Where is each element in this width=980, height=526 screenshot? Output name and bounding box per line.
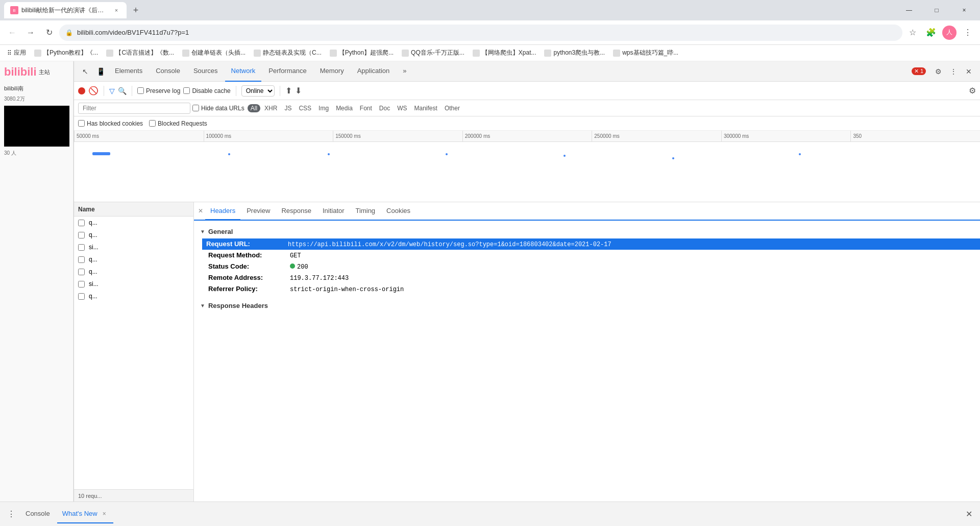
devtools-menu-button[interactable]: ⋮ — [946, 64, 961, 79]
maximize-button[interactable]: □ — [925, 0, 948, 20]
filter-type-buttons: Hide data URLs All XHR JS CSS Img Media … — [192, 104, 463, 112]
upload-icon[interactable]: ⬆ — [285, 86, 292, 95]
address-bar[interactable]: 🔒 bilibili.com/video/BV1FV411d7u7?p=1 — [59, 25, 902, 41]
disable-cache-checkbox[interactable]: Disable cache — [183, 87, 230, 94]
request-item-6[interactable]: si... — [74, 278, 193, 290]
bookmark-8[interactable]: python3爬虫与教... — [541, 47, 608, 58]
detail-close-button[interactable]: ✕ — [197, 206, 204, 216]
filter-js-button[interactable]: JS — [281, 104, 295, 112]
filter-font-button[interactable]: Font — [357, 104, 375, 112]
download-icon[interactable]: ⬇ — [295, 86, 302, 95]
detail-tab-timing[interactable]: Timing — [351, 202, 381, 221]
filter-ws-button[interactable]: WS — [394, 104, 410, 112]
bookmark-star-button[interactable]: ☆ — [904, 25, 921, 41]
network-toolbar: 🚫 ▽ 🔍 Preserve log Disable cache Online — [74, 82, 980, 100]
response-headers-section-header[interactable]: ▼ Response Headers — [194, 299, 980, 313]
bookmark-3[interactable]: 创建单链表（头插... — [179, 47, 249, 58]
detail-content[interactable]: ▼ General Request URL: https://api.bilib… — [194, 221, 980, 501]
whats-new-close-button[interactable]: × — [101, 509, 108, 518]
window-controls: — □ × — [897, 0, 976, 20]
detail-tab-preview[interactable]: Preview — [241, 202, 275, 221]
filter-input[interactable] — [78, 103, 190, 114]
remote-address-row: Remote Address: 119.3.77.172:443 — [208, 272, 974, 283]
tick-5: 250000 ms — [592, 131, 721, 141]
filter-img-button[interactable]: Img — [315, 104, 332, 112]
devtools-tools: ✕ 1 ⚙ ⋮ ✕ — [908, 64, 976, 79]
request-item-3[interactable]: si... — [74, 241, 193, 253]
request-item-1[interactable]: q... — [74, 217, 193, 229]
detail-tab-response[interactable]: Response — [276, 202, 316, 221]
bookmark-7[interactable]: 【网络爬虫】Xpat... — [470, 47, 540, 58]
bookmark-4[interactable]: 静态链表及实现（C... — [251, 47, 325, 58]
request-list-body[interactable]: q... q... si... q... — [74, 217, 193, 489]
bookmark-5[interactable]: 【Python】超强爬... — [327, 47, 397, 58]
timeline-dot-5 — [672, 157, 674, 159]
tab-application[interactable]: Application — [351, 61, 396, 82]
bookmark-apps[interactable]: ⠿ 应用 — [4, 47, 29, 58]
tab-console[interactable]: Console — [150, 61, 186, 82]
tab-network[interactable]: Network — [225, 61, 262, 82]
close-all-button[interactable]: ✕ — [962, 507, 976, 521]
hide-data-urls-label[interactable]: Hide data URLs — [192, 105, 244, 112]
request-item-2[interactable]: q... — [74, 229, 193, 241]
tab-more[interactable]: » — [397, 61, 412, 82]
active-tab[interactable]: B bilibili献给新一代的演讲《后浪》 × — [4, 2, 127, 18]
bottom-menu-button[interactable]: ⋮ — [4, 507, 18, 521]
new-tab-button[interactable]: + — [129, 3, 143, 17]
network-throttle-select[interactable]: Online — [241, 85, 275, 97]
filter-all-button[interactable]: All — [248, 104, 260, 112]
settings-button[interactable]: ⚙ — [931, 64, 945, 79]
device-toggle-button[interactable]: 📱 — [93, 64, 108, 79]
tab-performance[interactable]: Performance — [262, 61, 312, 82]
bookmark-6[interactable]: QQ音乐-千万正版... — [399, 47, 468, 58]
filter-css-button[interactable]: CSS — [296, 104, 314, 112]
bookmark-label-7: 【网络爬虫】Xpat... — [482, 49, 536, 57]
request-item-4[interactable]: q... — [74, 253, 193, 266]
close-button[interactable]: × — [952, 0, 976, 20]
bookmark-favicon-6 — [402, 50, 409, 57]
general-section-header[interactable]: ▼ General — [194, 225, 980, 238]
request-url-value[interactable]: https://api.bilibili.com/x/v2/dm/web/his… — [288, 241, 611, 248]
timeline-area[interactable]: 50000 ms 100000 ms 150000 ms 200000 ms 2… — [74, 131, 980, 202]
filter-xhr-button[interactable]: XHR — [261, 104, 280, 112]
tab-elements[interactable]: Elements — [109, 61, 149, 82]
network-settings-icon[interactable]: ⚙ — [969, 86, 976, 95]
minimize-button[interactable]: — — [897, 0, 921, 20]
bottom-whats-new-tab[interactable]: What's New × — [57, 505, 113, 523]
tab-memory[interactable]: Memory — [314, 61, 350, 82]
clear-button[interactable]: 🚫 — [88, 86, 99, 95]
detail-tab-initiator[interactable]: Initiator — [317, 202, 350, 221]
tab-close-button[interactable]: × — [112, 6, 120, 14]
detail-tab-cookies[interactable]: Cookies — [381, 202, 415, 221]
bookmark-2[interactable]: 【C语言描述】《数... — [103, 47, 177, 58]
blocked-requests-label[interactable]: Blocked Requests — [149, 120, 207, 127]
menu-button[interactable]: ⋮ — [960, 25, 976, 41]
has-blocked-cookies-label[interactable]: Has blocked cookies — [78, 120, 143, 127]
back-button[interactable]: ← — [4, 25, 20, 41]
reload-button[interactable]: ↻ — [41, 25, 57, 41]
filter-other-button[interactable]: Other — [442, 104, 463, 112]
referrer-policy-label: Referrer Policy: — [208, 285, 290, 293]
bookmark-9[interactable]: wps基础技巧篇_哔... — [610, 47, 681, 58]
console-tab-label: Console — [26, 510, 50, 517]
preserve-log-checkbox[interactable]: Preserve log — [137, 87, 180, 94]
request-item-5[interactable]: q... — [74, 266, 193, 278]
bookmark-1[interactable]: 【Python教程】《... — [31, 47, 101, 58]
timeline-dot-6 — [799, 153, 801, 155]
profile-button[interactable]: 人 — [941, 25, 958, 41]
bottom-console-tab[interactable]: Console — [20, 505, 55, 523]
request-item-7[interactable]: q... — [74, 290, 193, 302]
filter-manifest-button[interactable]: Manifest — [411, 104, 440, 112]
search-button[interactable]: 🔍 — [118, 87, 127, 95]
devtools-close-button[interactable]: ✕ — [962, 64, 976, 79]
tab-sources[interactable]: Sources — [187, 61, 224, 82]
extension-button[interactable]: 🧩 — [923, 25, 939, 41]
forward-button[interactable]: → — [22, 25, 39, 41]
bili-video-thumbnail — [4, 106, 69, 147]
cursor-tool-button[interactable]: ↖ — [78, 64, 92, 79]
detail-tab-headers[interactable]: Headers — [205, 202, 240, 221]
filter-doc-button[interactable]: Doc — [376, 104, 393, 112]
filter-media-button[interactable]: Media — [333, 104, 356, 112]
record-button[interactable] — [78, 87, 85, 94]
filter-icon[interactable]: ▽ — [109, 87, 115, 95]
